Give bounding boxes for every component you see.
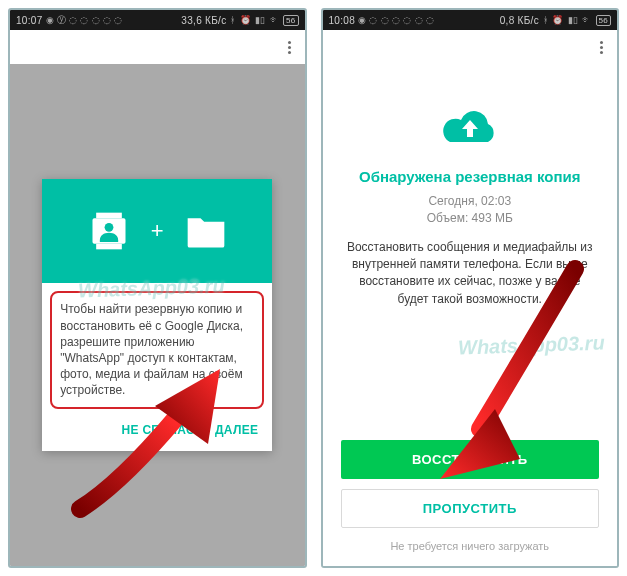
app-bar bbox=[323, 30, 618, 64]
alarm-icon: ⏰ bbox=[240, 15, 251, 25]
notif-dot-icon: ◌ bbox=[403, 15, 411, 25]
highlighted-text-box: Чтобы найти резервную копию и восстанови… bbox=[50, 291, 264, 408]
phone-screen-2: 10:08 ◉ ◌ ◌ ◌ ◌ ◌ ◌ 0,8 КБ/с ᚼ ⏰ ▮▯ ᯤ 56… bbox=[321, 8, 620, 568]
watermark-text: WhatsApp03.ru bbox=[458, 331, 605, 359]
skip-button[interactable]: ПРОПУСТИТЬ bbox=[341, 489, 600, 528]
cloud-upload-icon bbox=[438, 104, 502, 154]
screen-body: + WhatsApp03.ru Чтобы найти резервную ко… bbox=[10, 64, 305, 566]
overflow-menu-icon[interactable] bbox=[284, 37, 295, 58]
svg-rect-0 bbox=[96, 213, 122, 219]
notif-dot-icon: ◌ bbox=[69, 15, 77, 25]
bluetooth-icon: ᚼ bbox=[543, 15, 548, 25]
footer-note: Не требуется ничего загружать bbox=[390, 540, 549, 552]
status-time: 10:08 bbox=[329, 15, 356, 26]
contact-card-icon bbox=[87, 209, 131, 253]
notif-dot-icon: ◌ bbox=[392, 15, 400, 25]
notif-dot-icon: ◌ bbox=[103, 15, 111, 25]
notif-dot-icon: ◌ bbox=[80, 15, 88, 25]
alarm-icon: ⏰ bbox=[552, 15, 563, 25]
battery-level: 56 bbox=[596, 15, 612, 26]
backup-date: Сегодня, 02:03 bbox=[427, 193, 513, 210]
dialog-actions: НЕ СЕЙЧАС ДАЛЕЕ bbox=[42, 413, 272, 451]
status-bar: 10:07 ◉ ⓨ ◌ ◌ ◌ ◌ ◌ 33,6 КБ/с ᚼ ⏰ ▮▯ ᯤ 5… bbox=[10, 10, 305, 30]
backup-size: Объем: 493 МБ bbox=[427, 210, 513, 227]
notif-circle-icon: ◉ bbox=[358, 15, 366, 25]
permission-message: Чтобы найти резервную копию и восстанови… bbox=[60, 301, 254, 398]
backup-found-title: Обнаружена резервная копия bbox=[359, 168, 581, 185]
notif-dot-icon: ◌ bbox=[381, 15, 389, 25]
battery-level: 56 bbox=[283, 15, 299, 26]
plus-icon: + bbox=[151, 218, 164, 244]
backup-description: Восстановить сообщения и медиафайлы из в… bbox=[341, 239, 600, 309]
notif-dot-icon: ◌ bbox=[92, 15, 100, 25]
dialog-header: + bbox=[42, 179, 272, 283]
restore-button[interactable]: ВОССТАНОВИТЬ bbox=[341, 440, 600, 479]
folder-icon bbox=[184, 211, 228, 251]
notif-dot-icon: ◌ bbox=[415, 15, 423, 25]
network-speed: 33,6 КБ/с bbox=[181, 15, 226, 26]
phone-screen-1: 10:07 ◉ ⓨ ◌ ◌ ◌ ◌ ◌ 33,6 КБ/с ᚼ ⏰ ▮▯ ᯤ 5… bbox=[8, 8, 307, 568]
notif-y-icon: ⓨ bbox=[57, 14, 66, 27]
signal-icon: ▮▯ bbox=[568, 15, 579, 25]
svg-rect-1 bbox=[96, 244, 122, 250]
overflow-menu-icon[interactable] bbox=[596, 37, 607, 58]
bluetooth-icon: ᚼ bbox=[230, 15, 235, 25]
permission-dialog: + WhatsApp03.ru Чтобы найти резервную ко… bbox=[42, 179, 272, 450]
not-now-button[interactable]: НЕ СЕЙЧАС bbox=[121, 423, 194, 437]
status-bar: 10:08 ◉ ◌ ◌ ◌ ◌ ◌ ◌ 0,8 КБ/с ᚼ ⏰ ▮▯ ᯤ 56 bbox=[323, 10, 618, 30]
notif-dot-icon: ◌ bbox=[114, 15, 122, 25]
next-button[interactable]: ДАЛЕЕ bbox=[215, 423, 258, 437]
svg-point-3 bbox=[104, 223, 113, 232]
network-speed: 0,8 КБ/с bbox=[500, 15, 539, 26]
backup-metadata: Сегодня, 02:03 Объем: 493 МБ bbox=[427, 193, 513, 227]
signal-icon: ▮▯ bbox=[255, 15, 266, 25]
notif-dot-icon: ◌ bbox=[369, 15, 377, 25]
notif-dot-icon: ◌ bbox=[426, 15, 434, 25]
app-bar bbox=[10, 30, 305, 64]
wifi-icon: ᯤ bbox=[270, 15, 279, 25]
notif-circle-icon: ◉ bbox=[46, 15, 54, 25]
status-time: 10:07 bbox=[16, 15, 43, 26]
wifi-icon: ᯤ bbox=[582, 15, 591, 25]
screen-body: Обнаружена резервная копия Сегодня, 02:0… bbox=[323, 64, 618, 566]
